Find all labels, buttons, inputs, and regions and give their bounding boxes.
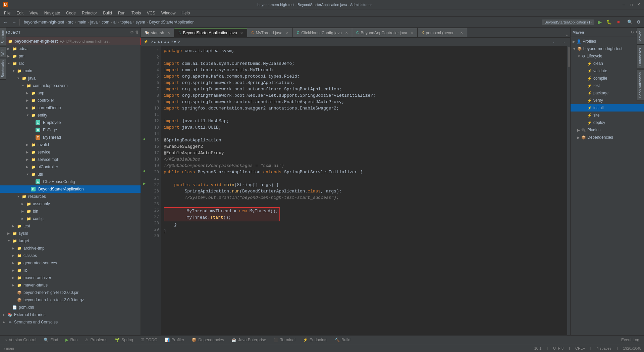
menu-window[interactable]: Window <box>159 10 178 16</box>
breadcrumb-src[interactable]: src <box>68 20 73 25</box>
tree-bin[interactable]: ▶ 📁 bin <box>0 208 141 215</box>
tree-src[interactable]: ▼ 📁 src <box>0 60 141 67</box>
tree-serviceimpl[interactable]: ▶ 📁 serviceImpl <box>0 156 141 163</box>
code-editor[interactable]: package com.ai.toptea.sysm; import com.a… <box>161 46 567 335</box>
tree-extlibs[interactable]: ▶ 📚 External Libraries <box>0 311 141 318</box>
tab-problems[interactable]: ⚠ Problems <box>82 336 111 344</box>
menu-help[interactable]: Help <box>179 10 193 16</box>
tab-version-control[interactable]: ⑃ Version Control <box>1 336 40 344</box>
tab-find[interactable]: 🔍 Find <box>40 336 61 344</box>
maven-project[interactable]: ▼ 📦 beyond-men-high-test <box>571 45 644 52</box>
expand-icon[interactable]: ⇅ <box>135 30 139 35</box>
menu-build[interactable]: Build <box>100 10 115 16</box>
breadcrumb-class[interactable]: BeyondStarterApplication <box>149 20 194 25</box>
tab-profiler[interactable]: 📊 Profiler <box>161 336 187 344</box>
tree-java[interactable]: ▼ 📁 java <box>0 75 141 82</box>
tab-beyondaop[interactable]: C BeyondAopController.java ✕ <box>352 28 418 37</box>
tree-employee[interactable]: C Employee <box>0 119 141 126</box>
tree-gensources[interactable]: ▶ 📁 generated-sources <box>0 259 141 267</box>
maven-install[interactable]: ⚡ install <box>571 104 644 112</box>
breadcrumb-com[interactable]: com <box>102 20 109 25</box>
menu-view[interactable]: View <box>27 10 41 16</box>
tab-beyondstarter[interactable]: C BeyondStarterApplication.java ✕ <box>174 28 247 37</box>
maven-package[interactable]: ⚡ package <box>571 89 644 97</box>
menu-refactor[interactable]: Refactor <box>79 10 100 16</box>
run-button[interactable]: ▶ <box>596 18 604 26</box>
minimize-button[interactable]: ─ <box>621 2 627 7</box>
maven-deploy[interactable]: ⚡ deploy <box>571 119 644 126</box>
tab-dependencies[interactable]: 📦 Dependencies <box>188 336 227 344</box>
tab-startsh[interactable]: 🐚 start.sh ✕ <box>141 28 174 37</box>
maven-side-label[interactable]: Maven <box>637 28 644 45</box>
tab-event-log[interactable]: Event Log <box>618 336 643 344</box>
breadcrumb-ai[interactable]: ai <box>113 20 116 25</box>
breadcrumb-main[interactable]: main <box>77 20 86 25</box>
close-beyondaop[interactable]: ✕ <box>411 31 413 35</box>
tab-spring[interactable]: 🌱 Spring <box>111 336 137 344</box>
close-mythread[interactable]: ✕ <box>286 31 288 35</box>
status-indent[interactable]: 4 spaces <box>597 346 611 350</box>
tree-target[interactable]: ▼ 📁 target <box>0 237 141 245</box>
tree-targzfile[interactable]: 📦 beyond-men-high-test-2.0.0.tar.gz <box>0 296 141 304</box>
menu-vcs[interactable]: VCS <box>144 10 158 16</box>
tree-resources[interactable]: ▼ 📁 resources <box>0 193 141 200</box>
maven-dependencies[interactable]: ▶ 📦 Dependencies <box>571 134 644 141</box>
tab-endpoints[interactable]: ⚡ Endpoints <box>300 336 331 344</box>
breadcrumb-java[interactable]: java <box>90 20 98 25</box>
menu-file[interactable]: File <box>1 10 13 16</box>
maven-profiles[interactable]: ▶ 👤 Profiles <box>571 38 644 45</box>
maven-plugins[interactable]: ▶ 🔌 Plugins <box>571 126 644 134</box>
maximize-button[interactable]: □ <box>629 2 634 7</box>
maven-compile[interactable]: ⚡ compile <box>571 75 644 82</box>
status-line-sep[interactable]: CRLF <box>575 346 585 350</box>
search-everywhere[interactable]: 🔍 <box>626 18 634 26</box>
more-tabs[interactable]: » <box>566 33 568 37</box>
tree-idea[interactable]: ▶ 📁 .idea <box>0 45 141 52</box>
menu-navigate[interactable]: Navigate <box>42 10 63 16</box>
tree-lib[interactable]: ▶ 📁 lib <box>0 267 141 274</box>
stop-button[interactable]: ■ <box>614 18 623 26</box>
maven-lifecycle[interactable]: ▼ ⚙ Lifecycle <box>571 52 644 60</box>
breadcrumb-project[interactable]: beyond-mem-high-test <box>24 20 64 25</box>
editor-content[interactable]: ● ● ▶ 123 <box>141 46 570 335</box>
tree-scratches[interactable]: ▶ ✏ Scratches and Consoles <box>0 318 141 326</box>
menu-code[interactable]: Code <box>63 10 78 16</box>
maven-verify[interactable]: ⚡ verify <box>571 97 644 104</box>
tree-sysm[interactable]: ▶ 📁 sysm <box>0 230 141 237</box>
tab-build[interactable]: 🔨 Build <box>331 336 354 344</box>
tab-mythread[interactable]: C MyThread.java ✕ <box>247 28 293 37</box>
tree-uicontroller[interactable]: ▶ 📁 uiController <box>0 163 141 171</box>
debug-button[interactable]: 🐛 <box>605 18 613 26</box>
tab-clickhouse[interactable]: C ClickHouseConfig.java ✕ <box>293 28 352 37</box>
close-clickhouse[interactable]: ✕ <box>345 31 348 35</box>
tree-mythread[interactable]: C MyThread <box>0 134 141 141</box>
status-encoding[interactable]: UTF-8 <box>553 346 564 350</box>
gear-icon[interactable]: ⚙ <box>130 30 134 35</box>
breadcrumb-sysm[interactable]: sysm <box>136 20 145 25</box>
maven-site[interactable]: ⚡ site <box>571 112 644 119</box>
tree-service[interactable]: ▶ 📁 service <box>0 148 141 156</box>
close-startsh[interactable]: ✕ <box>167 31 170 35</box>
tree-entity[interactable]: ▼ 📁 entity <box>0 112 141 119</box>
status-git[interactable]: ⑃ main <box>3 346 14 350</box>
tree-currentdemo[interactable]: ▶ 📁 currentDemo <box>0 104 141 112</box>
tree-config[interactable]: ▶ 📁 config <box>0 215 141 222</box>
tree-controller[interactable]: ▶ 📁 controller <box>0 97 141 104</box>
tree-classes[interactable]: ▶ 📁 classes <box>0 252 141 259</box>
maven-test[interactable]: ⚡ test <box>571 82 644 89</box>
tree-pkg[interactable]: ▼ 📁 com.ai.toptea.sysm <box>0 82 141 89</box>
menu-edit[interactable]: Edit <box>14 10 26 16</box>
tree-main[interactable]: ▼ 📁 main <box>0 67 141 75</box>
tree-aop[interactable]: ▶ 📁 aop <box>0 89 141 97</box>
close-pomxml[interactable]: ✕ <box>460 31 463 35</box>
tab-run[interactable]: ▶ Run <box>62 336 81 344</box>
web-side-label[interactable]: Web <box>0 46 6 58</box>
navigate-back[interactable]: ← <box>550 38 558 46</box>
tree-pm[interactable]: ▶ 📁 pm <box>0 52 141 60</box>
tree-espage[interactable]: C EsPage <box>0 126 141 134</box>
tree-jarfile[interactable]: 📦 beyond-men-high-test-2.0.0.jar <box>0 289 141 296</box>
tree-mavenstatus[interactable]: ▶ 📁 maven-status <box>0 281 141 289</box>
bean-validation-side-label[interactable]: Bean Validation <box>637 69 644 101</box>
tab-java-enterprise[interactable]: ☕ Java Enterprise <box>228 336 269 344</box>
menu-run[interactable]: Run <box>115 10 128 16</box>
